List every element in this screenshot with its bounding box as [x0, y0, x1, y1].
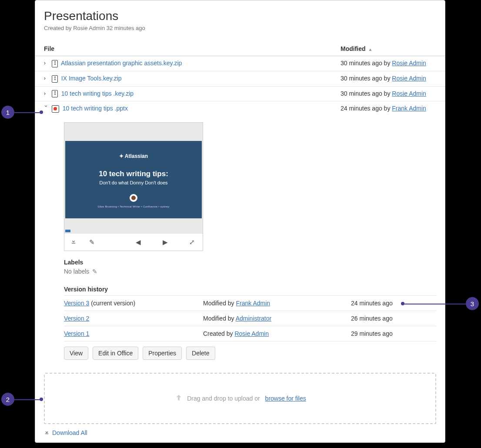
- slide-logo: ✦ Atlassian: [70, 153, 197, 159]
- table-row: Version 3 (current version) Modified by …: [64, 296, 436, 311]
- delete-button[interactable]: Delete: [186, 347, 215, 360]
- callout-badge-1: 1: [1, 106, 14, 119]
- expand-caret-icon[interactable]: ›: [44, 75, 49, 80]
- version-user-link[interactable]: Frank Admin: [236, 300, 270, 307]
- modified-by-link[interactable]: Frank Admin: [392, 105, 426, 112]
- slide-footer: Giles Browning • Technical Writer • Conf…: [70, 205, 197, 208]
- byline-time: 32 minutes ago: [105, 25, 145, 31]
- version-link[interactable]: Version 3: [64, 300, 89, 307]
- callout-dot: [40, 398, 43, 401]
- table-row: › 10 tech writing tips .pptx 24 minutes …: [35, 101, 445, 116]
- version-user-link[interactable]: Administrator: [236, 315, 271, 322]
- upload-arrow-icon: [174, 394, 184, 403]
- version-user-link[interactable]: Rosie Admin: [234, 330, 269, 337]
- zip-file-icon: [52, 90, 58, 97]
- edit-icon[interactable]: ✎: [83, 238, 101, 246]
- modified-time: 30 minutes ago by: [341, 75, 392, 82]
- version-history: Version history Version 3 (current versi…: [64, 286, 436, 360]
- version-suffix: (current version): [89, 300, 135, 307]
- byline: Created by Rosie Admin 32 minutes ago: [44, 25, 436, 31]
- modified-column-header[interactable]: Modified ▲: [341, 42, 445, 56]
- table-row: › 10 tech writing tips .key.zip 30 minut…: [35, 86, 445, 101]
- file-link[interactable]: 10 tech writing tips .pptx: [63, 105, 128, 112]
- byline-prefix: Created by: [44, 25, 73, 31]
- view-button[interactable]: View: [64, 347, 88, 360]
- dropzone-text: Drag and drop to upload or: [187, 395, 260, 402]
- callout-badge-2: 2: [1, 393, 14, 406]
- version-history-table: Version 3 (current version) Modified by …: [64, 295, 436, 341]
- modified-time: 30 minutes ago by: [341, 90, 392, 97]
- slide-title: 10 tech writing tips:: [70, 170, 197, 178]
- table-row: Version 2 Modified by Administrator 26 m…: [64, 311, 436, 326]
- callout-dot: [401, 302, 404, 305]
- modified-by-link[interactable]: Rosie Admin: [392, 75, 426, 82]
- labels-section: Labels No labels ✎: [64, 259, 436, 275]
- callout-badge-3: 3: [466, 297, 479, 310]
- slide-preview[interactable]: ✦ Atlassian 10 tech writing tips: Don't …: [65, 141, 202, 218]
- callout-line: [14, 112, 40, 113]
- properties-button[interactable]: Properties: [143, 347, 182, 360]
- modified-by-link[interactable]: Rosie Admin: [392, 60, 426, 67]
- table-row: › IX Image Tools.key.zip 30 minutes ago …: [35, 71, 445, 86]
- expand-caret-icon[interactable]: ›: [44, 60, 49, 65]
- modified-time: 30 minutes ago by: [341, 60, 392, 67]
- version-actions: View Edit in Office Properties Delete: [64, 347, 436, 360]
- table-row: Version 1 Created by Rosie Admin 29 minu…: [64, 326, 436, 341]
- edit-labels-icon[interactable]: ✎: [92, 268, 97, 275]
- file-link[interactable]: Atlassian presentation graphic assets.ke…: [61, 60, 182, 67]
- file-link[interactable]: 10 tech writing tips .key.zip: [61, 90, 134, 97]
- callout-line: [404, 304, 466, 304]
- browse-files-link[interactable]: browse for files: [265, 395, 306, 402]
- modified-time: 24 minutes ago by: [341, 105, 392, 112]
- page-title: Presentations: [44, 9, 436, 23]
- labels-heading: Labels: [64, 259, 436, 266]
- preview-toolbar: ✎ ◀ ▶ ⤢: [64, 233, 203, 251]
- download-icon[interactable]: [64, 238, 83, 246]
- version-history-heading: Version history: [64, 286, 436, 293]
- file-link[interactable]: IX Image Tools.key.zip: [61, 75, 122, 82]
- pptx-file-icon: [52, 105, 59, 113]
- byline-author: Rosie Admin: [73, 25, 105, 31]
- download-all-link[interactable]: Download All: [44, 429, 445, 436]
- expanded-content: ✦ Atlassian 10 tech writing tips: Don't …: [35, 116, 445, 364]
- download-all-label: Download All: [52, 429, 87, 436]
- sort-ascending-icon: ▲: [368, 47, 372, 52]
- version-link[interactable]: Version 1: [64, 330, 89, 337]
- expand-caret-icon[interactable]: ›: [44, 90, 49, 96]
- version-when: 26 minutes ago: [351, 311, 436, 326]
- table-row: › Atlassian presentation graphic assets.…: [35, 56, 445, 71]
- avatar: [130, 194, 137, 202]
- expanded-row: ✦ Atlassian 10 tech writing tips: Don't …: [35, 116, 445, 364]
- slide-subtitle: Don't do what Donny Don't does: [70, 180, 197, 185]
- header: Presentations Created by Rosie Admin 32 …: [35, 9, 445, 37]
- edit-in-office-button[interactable]: Edit in Office: [93, 347, 138, 360]
- callout-dot: [40, 110, 43, 114]
- version-action: Created by: [203, 330, 234, 337]
- preview-card: ✦ Atlassian 10 tech writing tips: Don't …: [64, 122, 203, 251]
- version-action: Modified by: [203, 315, 236, 322]
- zip-file-icon: [52, 60, 58, 67]
- callout-line: [14, 399, 40, 400]
- upload-dropzone[interactable]: Drag and drop to upload or browse for fi…: [44, 373, 436, 424]
- previous-slide-icon[interactable]: ◀: [136, 238, 141, 246]
- next-slide-icon[interactable]: ▶: [163, 238, 168, 246]
- modified-by-link[interactable]: Rosie Admin: [392, 90, 426, 97]
- zip-file-icon: [52, 75, 58, 83]
- version-action: Modified by: [203, 300, 236, 307]
- version-link[interactable]: Version 2: [64, 315, 89, 322]
- download-icon: [44, 429, 50, 436]
- slide-progress[interactable]: [65, 230, 202, 232]
- file-table: File Modified ▲ › Atlassian presentation…: [35, 42, 445, 364]
- main-panel: Presentations Created by Rosie Admin 32 …: [35, 0, 445, 443]
- file-column-header[interactable]: File: [35, 42, 341, 56]
- no-labels-text: No labels: [64, 268, 89, 275]
- collapse-caret-icon[interactable]: ›: [44, 105, 49, 110]
- fullscreen-icon[interactable]: ⤢: [183, 238, 201, 246]
- version-when: 29 minutes ago: [351, 326, 436, 341]
